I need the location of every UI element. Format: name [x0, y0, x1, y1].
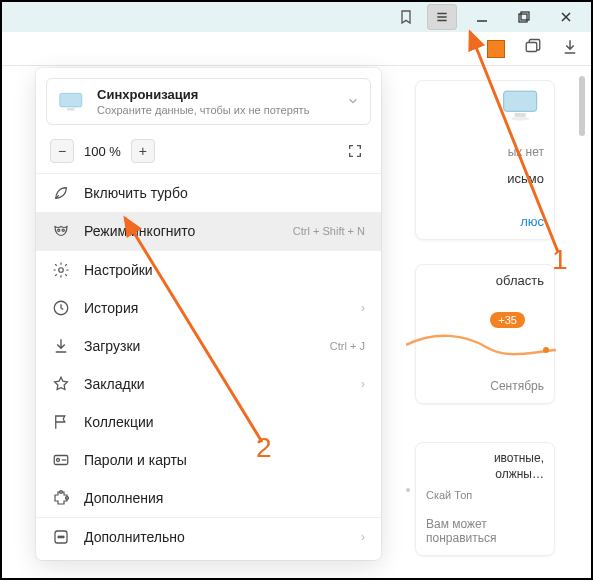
scrollbar-thumb[interactable]: [579, 76, 585, 136]
bg-region: область: [496, 273, 544, 288]
menu-item-label: Закладки: [84, 376, 343, 392]
close-button[interactable]: [545, 3, 587, 31]
chevron-down-icon: [346, 96, 360, 108]
menu-item-label: Загрузки: [84, 338, 316, 354]
menu-item-more[interactable]: Дополнительно ›: [36, 518, 381, 556]
svg-point-6: [543, 347, 549, 353]
menu-item-downloads[interactable]: Загрузки Ctrl + J: [36, 327, 381, 365]
bg-animals-2: олжны…: [495, 467, 544, 481]
more-icon: [52, 528, 70, 546]
gear-icon: [52, 261, 70, 279]
svg-point-11: [59, 268, 64, 273]
menu-item-label: Режим инкогнито: [84, 223, 279, 239]
svg-rect-7: [60, 93, 82, 106]
zoom-in-button[interactable]: +: [131, 139, 155, 163]
sync-monitor-icon: [57, 91, 87, 113]
svg-rect-0: [519, 14, 527, 22]
card-icon: [52, 451, 70, 469]
chevron-right-icon: ›: [361, 301, 365, 315]
sync-subtitle: Сохраните данные, чтобы их не потерять: [97, 104, 336, 116]
svg-point-5: [511, 117, 529, 121]
tabs-icon[interactable]: [523, 38, 543, 59]
main-menu-button[interactable]: [427, 4, 457, 30]
svg-rect-8: [67, 108, 74, 110]
bg-no-items: ых нет: [508, 145, 544, 159]
clock-icon: [52, 299, 70, 317]
svg-point-19: [60, 536, 62, 538]
flag-icon: [52, 413, 70, 431]
menu-item-turbo[interactable]: Включить турбо: [36, 174, 381, 212]
menu-item-label: Дополнения: [84, 490, 365, 506]
svg-rect-1: [521, 12, 529, 20]
menu-item-label: Настройки: [84, 262, 365, 278]
menu-item-incognito[interactable]: Режим инкогнито Ctrl + Shift + N: [36, 212, 381, 250]
chevron-right-icon: ›: [361, 377, 365, 391]
zoom-value: 100 %: [80, 144, 125, 159]
svg-rect-2: [526, 43, 537, 52]
bg-letter: исьмо: [507, 171, 544, 186]
tile-icon[interactable]: [487, 40, 505, 58]
menu-item-settings[interactable]: Настройки: [36, 251, 381, 289]
rocket-icon: [52, 184, 70, 202]
minimize-button[interactable]: [461, 3, 503, 31]
favorites-icon[interactable]: [389, 9, 423, 25]
sync-card[interactable]: Синхронизация Сохраните данные, чтобы их…: [46, 78, 371, 125]
scrollbar-track[interactable]: [576, 70, 588, 574]
sync-title: Синхронизация: [97, 87, 336, 102]
menu-item-history[interactable]: История ›: [36, 289, 381, 327]
fullscreen-button[interactable]: [343, 139, 367, 163]
bg-source: Скай Топ: [426, 489, 472, 501]
svg-rect-3: [504, 91, 537, 111]
main-menu-panel: Синхронизация Сохраните данные, чтобы их…: [36, 68, 381, 560]
menu-item-label: Пароли и карты: [84, 452, 365, 468]
menu-item-shortcut: Ctrl + Shift + N: [293, 225, 365, 237]
menu-item-label: Включить турбо: [84, 185, 365, 201]
download-icon[interactable]: [561, 38, 579, 59]
menu-item-label: Коллекции: [84, 414, 365, 430]
weather-sparkline: [406, 325, 556, 365]
puzzle-icon: [52, 489, 70, 507]
bg-month: Сентябрь: [490, 379, 544, 393]
mask-icon: [52, 222, 70, 240]
menu-item-passwords[interactable]: Пароли и карты: [36, 441, 381, 479]
monitor-icon: [500, 87, 544, 124]
menu-item-collections[interactable]: Коллекции: [36, 403, 381, 441]
svg-point-10: [62, 229, 64, 231]
bg-animals-1: ивотные,: [494, 451, 544, 465]
annotation-number-2: 2: [256, 432, 272, 464]
temperature-badge: +35: [490, 312, 525, 328]
bg-plus-link[interactable]: люс: [520, 214, 544, 229]
annotation-number-1: 1: [552, 244, 568, 276]
svg-point-9: [58, 229, 60, 231]
download-icon: [52, 337, 70, 355]
menu-item-label: История: [84, 300, 343, 316]
zoom-out-button[interactable]: −: [50, 139, 74, 163]
menu-item-label: Дополнительно: [84, 529, 343, 545]
menu-item-shortcut: Ctrl + J: [330, 340, 365, 352]
svg-point-18: [58, 536, 60, 538]
star-icon: [52, 375, 70, 393]
svg-point-20: [63, 536, 65, 538]
menu-item-extensions[interactable]: Дополнения: [36, 479, 381, 517]
menu-item-bookmarks[interactable]: Закладки ›: [36, 365, 381, 403]
maximize-button[interactable]: [503, 3, 545, 31]
svg-point-14: [57, 459, 60, 462]
chevron-right-icon: ›: [361, 530, 365, 544]
bg-suggest: Вам может понравиться: [426, 517, 544, 545]
svg-rect-4: [515, 113, 526, 117]
